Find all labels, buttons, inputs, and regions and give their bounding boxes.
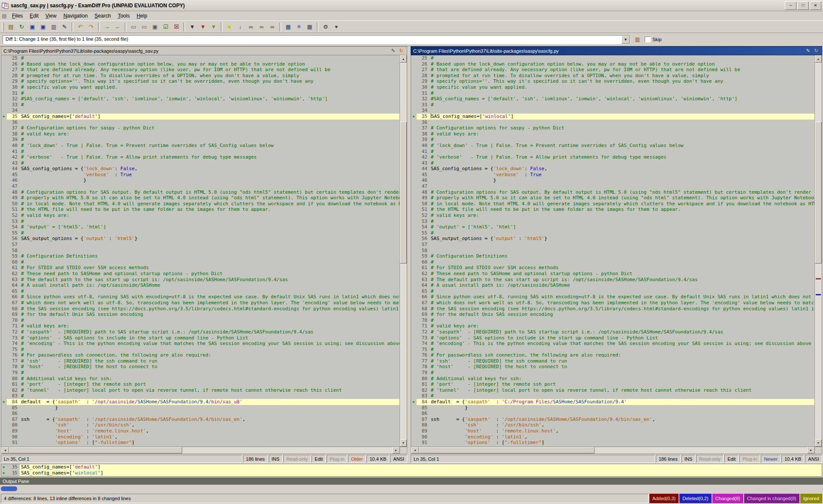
menu-tools[interactable]: Tools (114, 12, 133, 20)
code-line[interactable]: 32#SAS_config_names = ['default', 'ssh',… (1, 96, 399, 102)
pane-refresh-icon[interactable]: ↻ (813, 48, 820, 54)
code-line[interactable]: 73# 'options' - SAS options to include i… (411, 335, 814, 341)
code-line[interactable]: 27# that are defined already. Any necess… (411, 67, 814, 73)
code-line[interactable]: 66# Since python uses utf-8, running SAS… (411, 294, 814, 300)
code-line[interactable]: 45 'verbose' : True (411, 172, 814, 178)
code-line[interactable]: 42# 'verbose' - True | False. True = All… (1, 154, 399, 160)
goto-diff-icon[interactable]: ↓ (235, 22, 246, 32)
code-line[interactable]: 80# Additional valid keys for ssh: (1, 376, 399, 382)
code-line[interactable]: 69# for the default Unix SAS session enc… (1, 312, 399, 318)
code-line[interactable]: 48# Configuration options for SAS output… (411, 189, 814, 195)
code-line[interactable]: 25# (411, 55, 814, 61)
code-line[interactable]: 70# (1, 318, 399, 324)
code-line[interactable]: 47 (1, 183, 399, 189)
filter-icon[interactable]: ▼ (187, 22, 198, 32)
code-line[interactable]: 51# the HTML file will need to be put in… (1, 207, 399, 213)
code-line[interactable]: 75# (411, 347, 814, 353)
scroll-left-icon[interactable]: ◄ (1, 447, 9, 453)
code-line[interactable]: 33# (411, 102, 814, 108)
edit-file-icon[interactable]: ✎ (59, 22, 70, 32)
show-first-pane-icon[interactable]: ▭ (128, 22, 139, 32)
code-line[interactable]: 91 'options' : ["-fullstimer"] (1, 440, 399, 446)
prev-diff-icon[interactable]: ← (112, 22, 123, 32)
code-line[interactable]: 78# 'host' - [REQUIRED] the host to conn… (1, 364, 399, 370)
find-next-icon[interactable]: ∞ (256, 22, 267, 32)
code-line[interactable]: 72# 'saspath' - [REQUIRED] path to SAS s… (1, 329, 399, 335)
scroll-thumb[interactable] (9, 447, 182, 453)
mark-diff-icon[interactable]: ▥ (633, 35, 642, 44)
code-line[interactable]: 50# in local mode. Note that HTML 4.0 wi… (1, 201, 399, 207)
code-line[interactable]: 64# A usual install path is: /opt/sasins… (1, 282, 399, 288)
pane-splitter[interactable] (407, 46, 411, 463)
code-line[interactable]: 85 } (411, 405, 814, 411)
show-identical-lines-icon[interactable]: ☑ (160, 22, 171, 32)
code-line[interactable]: 74# 'encoding' - This is the python enco… (411, 341, 814, 347)
menu-view[interactable]: View (42, 12, 60, 20)
code-line[interactable]: 33# (1, 102, 399, 108)
code-line[interactable]: 65# (411, 288, 814, 294)
vertical-scrollbar-right[interactable]: ▲ ▼ (814, 55, 822, 447)
code-line[interactable]: 62# These need path to SASHome and optio… (411, 271, 814, 277)
code-line[interactable]: 64# A usual install path is: /opt/sasins… (411, 282, 814, 288)
code-line[interactable]: 63# The default path to the sas start up… (1, 277, 399, 283)
code-line[interactable]: 34 (411, 108, 814, 114)
menu-search[interactable]: Search (91, 12, 114, 20)
code-line[interactable]: 52# valid keys are: (411, 213, 814, 219)
code-line[interactable]: 77# 'ssh' - [REQUIRED] the ssh command t… (1, 358, 399, 364)
options-dropdown-icon[interactable]: ▾ (331, 22, 342, 32)
code-line[interactable]: 91 'options' : ["-fullstimer"] (411, 440, 814, 446)
code-line[interactable]: 63# The default path to the sas start up… (411, 277, 814, 283)
code-line[interactable]: 76# For passwordless ssh connection, the… (1, 352, 399, 358)
filter-changed-icon[interactable]: ▼ (198, 22, 208, 32)
code-line[interactable]: 60# (1, 259, 399, 265)
code-line[interactable]: 79# (411, 370, 814, 376)
scroll-up-icon[interactable]: ▲ (400, 55, 407, 63)
code-line[interactable]: 68# the SAS session encoding (see https:… (411, 306, 814, 312)
diff-detail-row[interactable]: ▶35SAS_config_names=['default'] (1, 464, 822, 470)
pane-header-right[interactable]: C:\Program Files\Python\Python37\Lib\sit… (411, 46, 822, 55)
filter-ignored-icon[interactable]: ▼ (208, 22, 219, 32)
code-line[interactable]: 57 (411, 242, 814, 248)
options-icon[interactable]: ⚙ (320, 22, 331, 32)
combo-dropdown-icon[interactable]: ▼ (622, 36, 630, 44)
code-line[interactable]: 36 (1, 120, 399, 126)
code-line[interactable]: 81# 'port' - [integer] the remote ssh po… (411, 381, 814, 387)
code-line[interactable]: 26# Based upon the lock_down configurati… (411, 61, 814, 67)
code-line[interactable]: 69# for the default Unix SAS session enc… (411, 312, 814, 318)
toolbar-grip[interactable] (2, 23, 4, 31)
code-line[interactable]: 37# Configuration options for saspy - py… (1, 125, 399, 131)
open-compare-icon[interactable]: ▤ (6, 22, 16, 32)
code-line[interactable]: ▶84default = {'saspath' : 'C:/Program Fi… (411, 399, 814, 405)
horizontal-scrollbar-right[interactable]: ◄ ► (411, 447, 822, 454)
code-line[interactable]: 47 (411, 183, 814, 189)
code-line[interactable]: 25# (1, 55, 399, 61)
code-line[interactable]: 82# 'tunnel' - [integer] local port to o… (1, 387, 399, 393)
code-line[interactable]: 55# (411, 230, 814, 236)
show-second-pane-icon[interactable]: ▭ (139, 22, 150, 32)
code-line[interactable]: 61# For STDIO and STDIO over SSH access … (1, 265, 399, 271)
scroll-thumb[interactable] (419, 447, 595, 453)
code-line[interactable]: 82# 'tunnel' - [integer] local port to o… (411, 387, 814, 393)
code-line[interactable]: 53# (1, 219, 399, 225)
code-line[interactable]: 88 'ssh' : '/usr/bin/ssh', (411, 422, 814, 428)
code-line[interactable]: 28# prompted for at run time. To disallo… (411, 73, 814, 79)
find-prev-icon[interactable]: ∞ (267, 22, 278, 32)
code-body-right[interactable]: 25#26# Based upon the lock_down configur… (411, 55, 814, 447)
code-line[interactable]: 30# specific value you want applied. (1, 84, 399, 90)
code-line[interactable]: 78# 'host' - [REQUIRED] the host to conn… (411, 364, 814, 370)
code-line[interactable]: 58 (411, 248, 814, 254)
code-line[interactable]: 27# that are defined already. Any necess… (1, 67, 399, 73)
code-line[interactable]: 86 (411, 411, 814, 417)
scroll-right-icon[interactable]: ► (807, 447, 815, 453)
code-line[interactable]: 46 } (1, 177, 399, 183)
scroll-down-icon[interactable]: ▼ (400, 439, 407, 447)
menu-files[interactable]: Files (9, 12, 26, 20)
code-line[interactable]: 37# Configuration options for saspy - py… (411, 125, 814, 131)
code-line[interactable]: ▶35SAS_config_names=['default'] (1, 114, 399, 120)
code-line[interactable]: 34 (1, 108, 399, 114)
next-diff-icon[interactable]: → (102, 22, 112, 32)
redo-icon[interactable]: ↷ (86, 22, 96, 32)
code-line[interactable]: 45 'verbose' : True (1, 172, 399, 178)
code-line[interactable]: ▶35SAS_config_names=['winlocal'] (411, 114, 814, 120)
code-line[interactable]: 28# prompted for at run time. To disallo… (1, 73, 399, 79)
